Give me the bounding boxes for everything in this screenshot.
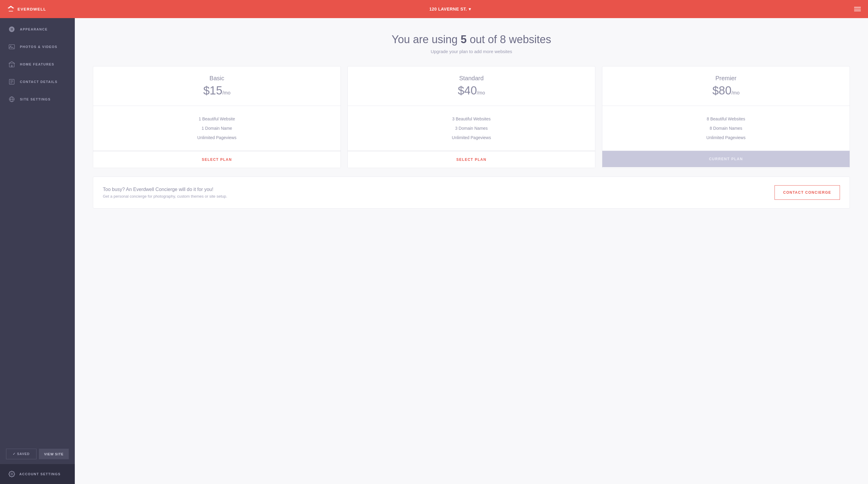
hamburger-menu[interactable] (854, 7, 861, 11)
select-basic-plan-button[interactable]: SELECT PLAN (93, 151, 341, 168)
used-count: 5 (461, 33, 467, 46)
concierge-text: Too busy? An Everdwell Concierge will do… (103, 187, 227, 199)
basic-feature-3: Unlimited Pageviews (99, 133, 335, 143)
photos-icon (8, 43, 15, 50)
premier-card-header: Premier $80/mo (602, 66, 849, 106)
standard-plan-name: Standard (354, 75, 589, 82)
address-text: 120 LAVERNE ST. (429, 7, 467, 11)
main-content: You are using 5 out of 8 websites Upgrad… (75, 18, 868, 484)
sidebar-item-appearance[interactable]: APPEARANCE (0, 21, 75, 38)
sidebar-account-settings[interactable]: ACCOUNT SETTINGS (0, 464, 75, 484)
basic-per-mo: /mo (222, 90, 230, 95)
sidebar-label-home-features: HOME FEATURES (20, 62, 54, 66)
svg-rect-3 (11, 65, 13, 67)
sidebar-item-home-features[interactable]: HOME FEATURES (0, 56, 75, 73)
standard-card-header: Standard $40/mo (348, 66, 595, 106)
heading-suffix: out of 8 websites (470, 33, 551, 46)
select-standard-plan-button[interactable]: SELECT PLAN (348, 151, 595, 168)
app-header: EVERDWELL 120 LAVERNE ST. ▾ (0, 0, 868, 18)
pricing-grid: Basic $15/mo 1 Beautiful Website 1 Domai… (93, 66, 850, 168)
standard-action: SELECT PLAN (348, 151, 595, 168)
upgrade-subtext: Upgrade your plan to add more websites (93, 49, 850, 54)
saved-button[interactable]: ✓ SAVED (6, 449, 36, 459)
basic-price-amount: $15 (203, 84, 222, 97)
basic-feature-1: 1 Beautiful Website (99, 114, 335, 124)
basic-action: SELECT PLAN (93, 151, 341, 168)
sidebar-action-buttons: ✓ SAVED VIEW SITE (0, 444, 75, 464)
concierge-heading: Too busy? An Everdwell Concierge will do… (103, 187, 227, 192)
pricing-card-basic: Basic $15/mo 1 Beautiful Website 1 Domai… (93, 66, 341, 168)
sidebar-item-contact-details[interactable]: CONTACT DETAILS (0, 73, 75, 91)
dropdown-arrow: ▾ (469, 7, 471, 11)
account-settings-icon (8, 471, 15, 477)
sidebar-item-site-settings[interactable]: SITE SETTINGS (0, 91, 75, 108)
pricing-card-premier: Premier $80/mo 8 Beautiful Websites 8 Do… (602, 66, 850, 168)
basic-feature-2: 1 Domain Name (99, 124, 335, 133)
current-plan-button: CURRENT PLAN (602, 151, 849, 167)
premier-feature-1: 8 Beautiful Websites (608, 114, 843, 124)
standard-feature-3: Unlimited Pageviews (354, 133, 589, 143)
basic-price: $15/mo (99, 84, 335, 97)
standard-feature-1: 3 Beautiful Websites (354, 114, 589, 124)
standard-features: 3 Beautiful Websites 3 Domain Names Unli… (348, 106, 595, 151)
logo-text: EVERDWELL (18, 7, 46, 11)
premier-price-amount: $80 (712, 84, 732, 97)
premier-price: $80/mo (608, 84, 843, 97)
usage-heading: You are using 5 out of 8 websites (93, 33, 850, 46)
page-heading: You are using 5 out of 8 websites Upgrad… (93, 33, 850, 54)
sidebar-label-contact-details: CONTACT DETAILS (20, 80, 58, 84)
premier-per-mo: /mo (732, 90, 740, 95)
concierge-subtext: Get a personal concierge for photography… (103, 194, 227, 199)
contact-concierge-button[interactable]: CONTACT CONCIERGE (775, 185, 840, 200)
appearance-icon (8, 26, 15, 33)
standard-per-mo: /mo (477, 90, 485, 95)
main-layout: APPEARANCE PHOTOS & VIDEOS HOME FEATURES (0, 18, 868, 484)
sidebar: APPEARANCE PHOTOS & VIDEOS HOME FEATURES (0, 18, 75, 484)
logo-icon (7, 5, 14, 13)
sidebar-label-appearance: APPEARANCE (20, 27, 48, 31)
standard-price-amount: $40 (458, 84, 477, 97)
menu-line-2 (854, 9, 861, 9)
svg-point-1 (10, 46, 11, 47)
standard-price: $40/mo (354, 84, 589, 97)
site-settings-icon (8, 96, 15, 102)
menu-line-3 (854, 10, 861, 11)
basic-plan-name: Basic (99, 75, 335, 82)
sidebar-label-site-settings: SITE SETTINGS (20, 97, 51, 101)
sidebar-label-photos-videos: PHOTOS & VIDEOS (20, 45, 57, 49)
pricing-card-standard: Standard $40/mo 3 Beautiful Websites 3 D… (347, 66, 595, 168)
basic-card-header: Basic $15/mo (93, 66, 341, 106)
premier-plan-name: Premier (608, 75, 843, 82)
heading-text: You are using (392, 33, 458, 46)
svg-point-11 (11, 473, 13, 475)
premier-action: CURRENT PLAN (602, 151, 849, 167)
basic-features: 1 Beautiful Website 1 Domain Name Unlimi… (93, 106, 341, 151)
concierge-banner: Too busy? An Everdwell Concierge will do… (93, 177, 850, 209)
home-features-icon (8, 61, 15, 68)
premier-feature-2: 8 Domain Names (608, 124, 843, 133)
view-site-button[interactable]: VIEW SITE (39, 449, 69, 459)
sidebar-item-photos-videos[interactable]: PHOTOS & VIDEOS (0, 38, 75, 56)
address-selector[interactable]: 120 LAVERNE ST. ▾ (429, 7, 471, 11)
logo: EVERDWELL (7, 5, 46, 13)
sidebar-nav: APPEARANCE PHOTOS & VIDEOS HOME FEATURES (0, 18, 75, 444)
standard-feature-2: 3 Domain Names (354, 124, 589, 133)
account-settings-label: ACCOUNT SETTINGS (19, 472, 61, 476)
menu-line-1 (854, 7, 861, 7)
contact-details-icon (8, 79, 15, 85)
premier-features: 8 Beautiful Websites 8 Domain Names Unli… (602, 106, 849, 151)
premier-feature-3: Unlimited Pageviews (608, 133, 843, 143)
